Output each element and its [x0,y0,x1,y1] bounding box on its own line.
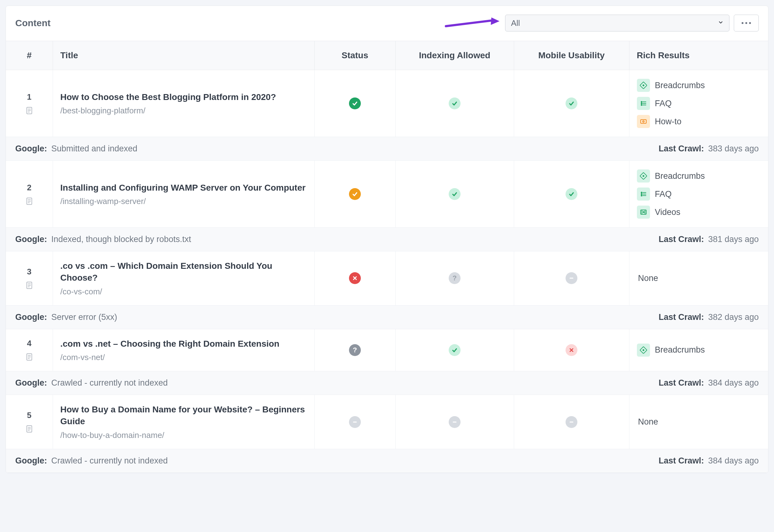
rich-result-label: FAQ [655,99,672,108]
mobile-cell [514,70,629,137]
row-title[interactable]: .co vs .com – Which Domain Extension Sho… [60,260,307,284]
last-crawl: Last Crawl: 381 days ago [659,235,759,244]
row-title[interactable]: How to Choose the Best Blogging Platform… [60,91,307,103]
document-icon [13,197,45,206]
table-row[interactable]: 5 How to Buy a Domain Name for your Webs… [6,395,768,449]
breadcrumbs-icon [637,79,650,92]
google-label: Google: [15,456,47,465]
title-cell: How to Buy a Domain Name for your Websit… [53,395,314,449]
col-header-status[interactable]: Status [314,41,396,70]
faq-icon [637,97,650,110]
status-indicator-icon [449,188,461,200]
svg-point-7 [643,85,644,86]
document-icon [13,281,45,290]
svg-line-0 [446,21,492,26]
status-indicator-icon [566,97,577,109]
indexing-cell [396,70,514,137]
indexing-cell [396,161,514,228]
row-number: 5 [13,411,45,420]
indexing-cell [396,395,514,449]
svg-marker-32 [643,211,644,213]
filter-dropdown[interactable]: All [505,15,729,31]
dots-icon [742,22,743,24]
status-cell: ? [314,329,396,371]
table-meta-row: Google: Indexed, though blocked by robot… [6,228,768,251]
svg-rect-14 [641,120,646,123]
row-number-cell: 3 [6,251,53,306]
last-crawl-value: 382 days ago [708,312,759,322]
last-crawl-label: Last Crawl: [659,456,704,465]
last-crawl: Last Crawl: 383 days ago [659,144,759,154]
rich-results-list: BreadcrumbsFAQHow-to [637,79,761,128]
row-title[interactable]: Installing and Configuring WAMP Server o… [60,182,307,194]
howto-icon [637,115,650,128]
status-cell [314,251,396,306]
status-indicator-icon [449,97,461,109]
rich-result-item: FAQ [637,188,761,201]
google-status: Google: Indexed, though blocked by robot… [15,235,191,244]
svg-point-12 [641,104,642,105]
row-title[interactable]: .com vs .net – Choosing the Right Domain… [60,338,307,350]
col-header-num[interactable]: # [6,41,53,70]
col-header-mobile[interactable]: Mobile Usability [514,41,629,70]
row-number: 3 [13,267,45,277]
more-options-button[interactable] [734,15,759,31]
svg-point-10 [641,103,642,104]
google-label: Google: [15,144,47,153]
chevron-down-icon [718,20,724,27]
table-meta-row: Google: Submitted and indexed Last Crawl… [6,137,768,161]
status-indicator-icon [349,272,361,284]
last-crawl-label: Last Crawl: [659,312,704,322]
row-number: 1 [13,92,45,102]
videos-icon [637,206,650,219]
mobile-cell [514,329,629,371]
row-number-cell: 4 [6,329,53,371]
svg-marker-1 [491,17,500,25]
last-crawl: Last Crawl: 384 days ago [659,378,759,388]
breadcrumbs-icon [637,344,650,357]
rich-results-cell: None [629,251,768,306]
table-row[interactable]: 3 .co vs .com – Which Domain Extension S… [6,251,768,306]
title-cell: Installing and Configuring WAMP Server o… [53,161,314,228]
status-cell [314,70,396,137]
google-status-value: Server error (5xx) [51,312,117,322]
google-status: Google: Crawled - currently not indexed [15,456,168,466]
title-cell: .co vs .com – Which Domain Extension Sho… [53,251,314,306]
col-header-title[interactable]: Title [53,41,314,70]
rich-result-label: FAQ [655,189,672,199]
rich-results-cell: BreadcrumbsFAQHow-to [629,70,768,137]
title-cell: .com vs .net – Choosing the Right Domain… [53,329,314,371]
google-label: Google: [15,312,47,322]
svg-point-25 [641,193,642,194]
table-row[interactable]: 1 How to Choose the Best Blogging Platfo… [6,70,768,137]
table-row[interactable]: 2 Installing and Configuring WAMP Server… [6,161,768,228]
svg-point-23 [641,192,642,193]
status-cell [314,161,396,228]
col-header-indexing[interactable]: Indexing Allowed [396,41,514,70]
svg-point-22 [643,175,644,177]
svg-point-27 [641,195,642,196]
panel-title: Content [15,18,50,28]
status-indicator-icon [449,344,461,356]
table-row[interactable]: 4 .com vs .net – Choosing the Right Doma… [6,329,768,371]
mobile-cell [514,395,629,449]
row-title[interactable]: How to Buy a Domain Name for your Websit… [60,404,307,427]
pointer-arrow-icon [445,16,501,30]
table-header-row: # Title Status Indexing Allowed Mobile U… [6,41,768,70]
col-header-rich[interactable]: Rich Results [629,41,768,70]
rich-results-list: BreadcrumbsFAQVideos [637,169,761,219]
title-cell: How to Choose the Best Blogging Platform… [53,70,314,137]
status-indicator-icon [566,272,577,284]
header-controls: All [445,15,759,31]
row-number: 4 [13,339,45,348]
status-indicator-icon [566,344,577,356]
google-status: Google: Crawled - currently not indexed [15,378,168,388]
status-indicator-icon: ? [349,344,361,356]
rich-result-label: Breadcrumbs [655,81,705,90]
row-path: /best-blogging-platform/ [60,106,307,116]
status-indicator-icon: ? [449,272,461,284]
rich-result-item: Videos [637,206,761,219]
filter-dropdown-value: All [511,18,520,28]
svg-point-8 [641,101,642,102]
row-number: 2 [13,183,45,192]
